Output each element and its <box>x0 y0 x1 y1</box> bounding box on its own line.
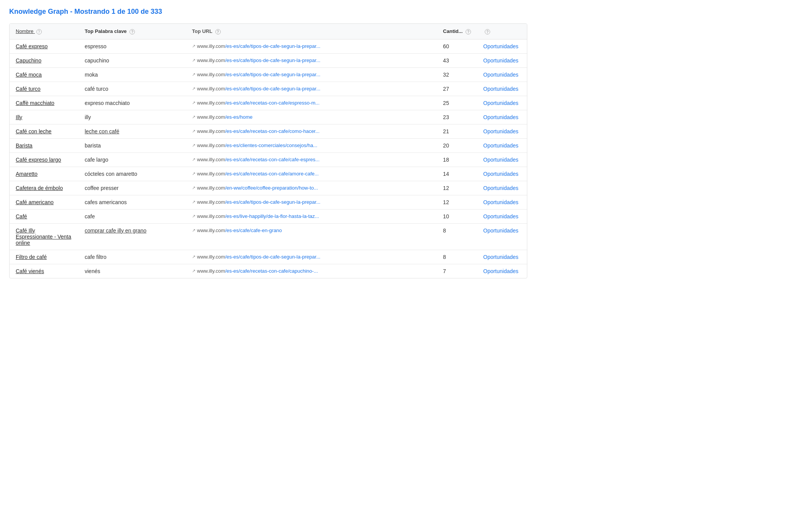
keyword-text: coffee presser <box>85 185 118 191</box>
cell-nombre[interactable]: Barista <box>10 138 79 152</box>
url-text[interactable]: www.illy.com/es-es/cafe/recetas-con-cafe… <box>197 171 319 177</box>
cell-nombre[interactable]: Café con leche <box>10 124 79 138</box>
action-help-icon[interactable]: ? <box>485 29 490 34</box>
nombre-text[interactable]: Café vienés <box>16 268 44 274</box>
cell-action[interactable]: Oportunidades <box>477 264 527 278</box>
cell-nombre[interactable]: Café vienés <box>10 264 79 278</box>
nombre-help-icon[interactable]: ? <box>36 29 42 34</box>
nombre-text[interactable]: Café turco <box>16 86 41 92</box>
cell-action[interactable]: Oportunidades <box>477 124 527 138</box>
url-text[interactable]: www.illy.com/es-es/cafe/recetas-con-cafe… <box>197 100 320 106</box>
url-text[interactable]: www.illy.com/es-es/clientes-comerciales/… <box>197 142 317 148</box>
cantidad-help-icon[interactable]: ? <box>466 29 471 34</box>
keyword-text: espresso <box>85 43 107 49</box>
url-text[interactable]: www.illy.com/es-es/home <box>197 114 253 120</box>
cell-nombre[interactable]: Café expreso <box>10 39 79 53</box>
cell-nombre[interactable]: Capuchino <box>10 53 79 67</box>
cell-action[interactable]: Oportunidades <box>477 209 527 223</box>
cell-url[interactable]: ↗www.illy.com/es-es/cafe/tipos-de-cafe-s… <box>186 67 437 82</box>
cell-action[interactable]: Oportunidades <box>477 39 527 53</box>
cell-url[interactable]: ↗www.illy.com/es-es/cafe/recetas-con-caf… <box>186 152 437 167</box>
cell-nombre[interactable]: Café americano <box>10 195 79 209</box>
col-header-action: ? <box>477 24 527 39</box>
cell-action[interactable]: Oportunidades <box>477 181 527 195</box>
cell-action[interactable]: Oportunidades <box>477 138 527 152</box>
col-header-url: Top URL ? <box>186 24 437 39</box>
cell-url[interactable]: ↗www.illy.com/es-es/cafe/cafe-en-grano <box>186 223 437 250</box>
external-link-icon: ↗ <box>192 100 195 105</box>
cell-url[interactable]: ↗www.illy.com/es-es/cafe/recetas-con-caf… <box>186 264 437 278</box>
cell-keyword: moka <box>79 67 186 82</box>
cell-nombre[interactable]: Café <box>10 209 79 223</box>
nombre-text[interactable]: Caffè macchiato <box>16 100 54 106</box>
cell-action[interactable]: Oportunidades <box>477 167 527 181</box>
nombre-text[interactable]: Filtro de café <box>16 254 47 260</box>
cell-url[interactable]: ↗www.illy.com/es-es/live-happilly/de-la-… <box>186 209 437 223</box>
nombre-text[interactable]: Café con leche <box>16 128 51 134</box>
external-link-icon: ↗ <box>192 214 195 219</box>
cell-action[interactable]: Oportunidades <box>477 53 527 67</box>
cell-url[interactable]: ↗www.illy.com/es-es/cafe/tipos-de-cafe-s… <box>186 53 437 67</box>
url-text[interactable]: www.illy.com/es-es/cafe/recetas-con-cafe… <box>197 268 318 274</box>
cell-url[interactable]: ↗www.illy.com/es-es/cafe/tipos-de-cafe-s… <box>186 195 437 209</box>
url-text[interactable]: www.illy.com/es-es/cafe/cafe-en-grano <box>197 228 282 233</box>
cell-url[interactable]: ↗www.illy.com/es-es/cafe/recetas-con-caf… <box>186 124 437 138</box>
nombre-text[interactable]: Café moca <box>16 72 42 78</box>
cell-nombre[interactable]: Cafetera de émbolo <box>10 181 79 195</box>
cell-nombre[interactable]: Café Illy Espressionante - Venta online <box>10 223 79 250</box>
cell-url[interactable]: ↗www.illy.com/es-es/cafe/tipos-de-cafe-s… <box>186 39 437 53</box>
cell-nombre[interactable]: Illy <box>10 110 79 124</box>
cell-url[interactable]: ↗www.illy.com/es-es/cafe/tipos-de-cafe-s… <box>186 250 437 264</box>
cell-nombre[interactable]: Filtro de café <box>10 250 79 264</box>
cell-action[interactable]: Oportunidades <box>477 152 527 167</box>
keyword-text: cafe filtro <box>85 254 107 260</box>
cell-action[interactable]: Oportunidades <box>477 67 527 82</box>
cell-action[interactable]: Oportunidades <box>477 82 527 96</box>
table-row: Cafécafe↗www.illy.com/es-es/live-happill… <box>10 209 527 223</box>
url-text[interactable]: www.illy.com/en-ww/coffee/coffee-prepara… <box>197 185 318 191</box>
cell-nombre[interactable]: Caffè macchiato <box>10 96 79 110</box>
table-row: Café americanocafes americanos↗www.illy.… <box>10 195 527 209</box>
nombre-text[interactable]: Capuchino <box>16 57 41 64</box>
external-link-icon: ↗ <box>192 86 195 91</box>
keyword-text: leche con café <box>85 128 119 134</box>
url-text[interactable]: www.illy.com/es-es/cafe/tipos-de-cafe-se… <box>197 43 320 49</box>
cell-keyword: comprar cafe illy en grano <box>79 223 186 250</box>
cell-url[interactable]: ↗www.illy.com/es-es/clientes-comerciales… <box>186 138 437 152</box>
cell-nombre[interactable]: Amaretto <box>10 167 79 181</box>
url-text[interactable]: www.illy.com/es-es/cafe/tipos-de-cafe-se… <box>197 199 320 205</box>
cell-nombre[interactable]: Café turco <box>10 82 79 96</box>
cell-url[interactable]: ↗www.illy.com/es-es/cafe/tipos-de-cafe-s… <box>186 82 437 96</box>
cell-cantidad: 60 <box>437 39 477 53</box>
nombre-text[interactable]: Cafetera de émbolo <box>16 185 63 191</box>
cell-nombre[interactable]: Café moca <box>10 67 79 82</box>
cell-action[interactable]: Oportunidades <box>477 195 527 209</box>
nombre-text[interactable]: Barista <box>16 142 33 149</box>
nombre-text[interactable]: Café <box>16 213 27 219</box>
cell-url[interactable]: ↗www.illy.com/es-es/home <box>186 110 437 124</box>
cell-action[interactable]: Oportunidades <box>477 223 527 250</box>
cell-action[interactable]: Oportunidades <box>477 96 527 110</box>
url-text[interactable]: www.illy.com/es-es/cafe/tipos-de-cafe-se… <box>197 86 320 92</box>
nombre-text[interactable]: Café expreso <box>16 43 48 49</box>
url-help-icon[interactable]: ? <box>215 29 221 34</box>
url-text[interactable]: www.illy.com/es-es/cafe/recetas-con-cafe… <box>197 128 320 134</box>
nombre-text[interactable]: Illy <box>16 114 22 120</box>
nombre-text[interactable]: Amaretto <box>16 171 38 177</box>
nombre-text[interactable]: Café americano <box>16 199 54 205</box>
keyword-help-icon[interactable]: ? <box>130 29 135 34</box>
nombre-text[interactable]: Café Illy Espressionante - Venta online <box>16 228 71 246</box>
cell-url[interactable]: ↗www.illy.com/en-ww/coffee/coffee-prepar… <box>186 181 437 195</box>
cell-action[interactable]: Oportunidades <box>477 250 527 264</box>
cell-nombre[interactable]: Café expreso largo <box>10 152 79 167</box>
url-text[interactable]: www.illy.com/es-es/live-happilly/de-la-f… <box>197 213 319 219</box>
cell-action[interactable]: Oportunidades <box>477 110 527 124</box>
url-text[interactable]: www.illy.com/es-es/cafe/recetas-con-cafe… <box>197 157 320 162</box>
cell-url[interactable]: ↗www.illy.com/es-es/cafe/recetas-con-caf… <box>186 167 437 181</box>
nombre-text[interactable]: Café expreso largo <box>16 157 61 163</box>
url-text[interactable]: www.illy.com/es-es/cafe/tipos-de-cafe-se… <box>197 254 320 260</box>
external-link-icon: ↗ <box>192 44 195 49</box>
url-text[interactable]: www.illy.com/es-es/cafe/tipos-de-cafe-se… <box>197 72 320 77</box>
cell-url[interactable]: ↗www.illy.com/es-es/cafe/recetas-con-caf… <box>186 96 437 110</box>
url-text[interactable]: www.illy.com/es-es/cafe/tipos-de-cafe-se… <box>197 57 320 63</box>
